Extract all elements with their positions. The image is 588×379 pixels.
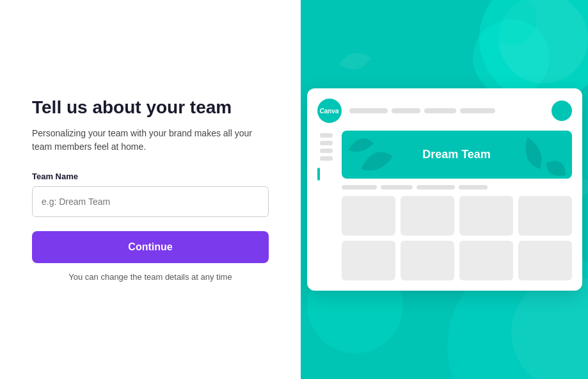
header-line-4 — [460, 108, 495, 113]
card-sidebar — [317, 131, 335, 280]
header-line-1 — [349, 108, 388, 113]
header-lines — [349, 108, 552, 113]
svg-point-2 — [511, 275, 588, 379]
grid-thumb-8 — [518, 241, 572, 280]
card-grid-row-1 — [342, 196, 572, 236]
continue-button[interactable]: Continue — [32, 231, 269, 263]
grid-thumb-3 — [459, 196, 513, 236]
bottom-line-3 — [417, 185, 455, 190]
sidebar-line-4 — [320, 156, 333, 161]
team-name-label: Team Name — [32, 172, 269, 181]
bottom-line-4 — [459, 185, 488, 190]
card-main: Dream Team — [342, 131, 572, 280]
grid-thumb-2 — [401, 196, 454, 236]
card-bottom-lines — [342, 185, 572, 190]
team-name-input[interactable] — [32, 186, 269, 217]
card-header: Canva — [317, 99, 572, 123]
grid-thumb-7 — [459, 241, 513, 280]
grid-thumb-4 — [518, 196, 572, 236]
subtitle-text: Personalizing your team with your brand … — [32, 127, 269, 154]
card-grid-row-2 — [342, 241, 572, 280]
grid-thumb-5 — [342, 241, 395, 280]
card-body: Dream Team — [317, 131, 572, 280]
grid-thumb-6 — [401, 241, 454, 280]
sidebar-accent — [317, 168, 320, 181]
grid-thumb-1 — [342, 196, 395, 236]
left-panel: Tell us about your team Personalizing yo… — [0, 0, 301, 379]
team-banner-text: Dream Team — [422, 148, 491, 161]
header-dot — [552, 101, 572, 121]
bottom-line-2 — [381, 185, 413, 190]
header-line-2 — [392, 108, 420, 113]
team-banner: Dream Team — [342, 131, 572, 179]
preview-card: Canva — [307, 88, 582, 291]
page-title: Tell us about your team — [32, 97, 269, 118]
sidebar-line-1 — [320, 133, 333, 138]
right-panel: Canva — [301, 0, 588, 379]
header-line-3 — [424, 108, 456, 113]
sidebar-line-2 — [320, 141, 333, 145]
canva-logo: Canva — [317, 99, 342, 123]
hint-text: You can change the team details at any t… — [32, 272, 269, 282]
bottom-line-1 — [342, 185, 377, 190]
sidebar-line-3 — [320, 149, 333, 153]
